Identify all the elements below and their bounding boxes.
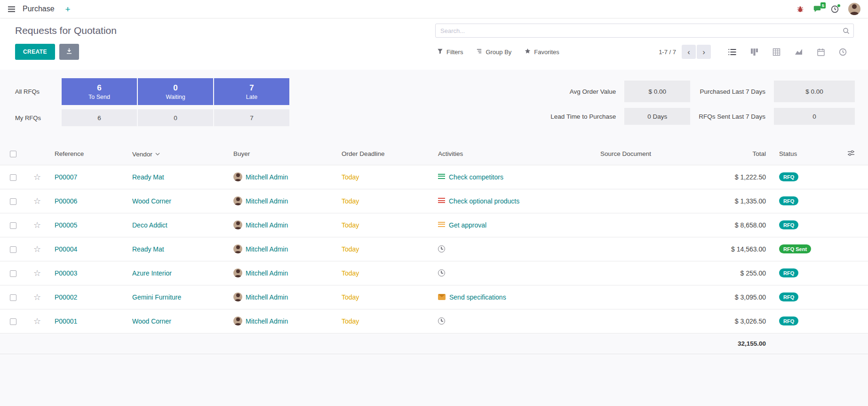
- buyer-link[interactable]: Mitchell Admin: [246, 293, 288, 301]
- reference-link[interactable]: P00007: [55, 173, 77, 181]
- col-status[interactable]: Status: [772, 143, 841, 165]
- table-row[interactable]: ☆ P00006 Wood Corner Mitchell Admin Toda…: [0, 189, 868, 213]
- stat-to-send[interactable]: 6 To Send: [62, 78, 137, 105]
- status-badge: RFQ: [779, 292, 798, 301]
- table-row[interactable]: ☆ P00007 Ready Mat Mitchell Admin Today …: [0, 165, 868, 189]
- table-row[interactable]: ☆ P00004 Ready Mat Mitchell Admin Today …: [0, 237, 868, 261]
- my-waiting-count[interactable]: 0: [138, 109, 213, 126]
- group-by-label: Group By: [486, 49, 511, 56]
- pager-next-button[interactable]: ›: [697, 45, 711, 59]
- search-icon[interactable]: [843, 27, 850, 36]
- pivot-view-button[interactable]: [765, 44, 788, 60]
- my-late-count[interactable]: 7: [214, 109, 289, 126]
- buyer-link[interactable]: Mitchell Admin: [246, 173, 288, 181]
- row-checkbox[interactable]: [10, 270, 16, 277]
- buyer-link[interactable]: Mitchell Admin: [246, 245, 288, 253]
- activity-type-icon[interactable]: [438, 198, 445, 204]
- reference-link[interactable]: P00003: [55, 269, 77, 277]
- calendar-view-button[interactable]: [810, 44, 832, 60]
- row-checkbox[interactable]: [10, 198, 16, 205]
- filters-button[interactable]: Filters: [437, 48, 463, 56]
- buyer-link[interactable]: Mitchell Admin: [246, 197, 288, 205]
- buyer-link[interactable]: Mitchell Admin: [246, 317, 288, 325]
- vendor-link[interactable]: Wood Corner: [132, 317, 171, 325]
- kanban-view-button[interactable]: [743, 44, 765, 60]
- all-rfqs-label: All RFQs: [15, 88, 61, 95]
- pager-previous-button[interactable]: ‹: [682, 45, 696, 59]
- stat-waiting[interactable]: 0 Waiting: [138, 78, 213, 105]
- favorite-star-icon[interactable]: ☆: [33, 317, 41, 326]
- list-view-button[interactable]: [721, 44, 743, 60]
- group-by-button[interactable]: Group By: [476, 48, 511, 56]
- favorite-star-icon[interactable]: ☆: [33, 268, 41, 278]
- col-order-deadline[interactable]: Order Deadline: [335, 143, 431, 165]
- graph-view-button[interactable]: [788, 44, 810, 60]
- favorite-star-icon[interactable]: ☆: [33, 220, 41, 230]
- favorites-button[interactable]: Favorites: [525, 48, 559, 56]
- row-checkbox[interactable]: [10, 246, 16, 253]
- search-input[interactable]: [435, 24, 854, 38]
- export-button[interactable]: [59, 44, 79, 60]
- vendor-link[interactable]: Wood Corner: [132, 197, 171, 205]
- reference-link[interactable]: P00006: [55, 197, 77, 205]
- table-row[interactable]: ☆ P00003 Azure Interior Mitchell Admin T…: [0, 261, 868, 285]
- activity-type-icon[interactable]: [438, 269, 445, 276]
- user-avatar[interactable]: [848, 3, 860, 15]
- stat-late[interactable]: 7 Late: [214, 78, 289, 105]
- row-checkbox[interactable]: [10, 318, 16, 325]
- activity-type-icon[interactable]: [438, 294, 446, 300]
- row-checkbox[interactable]: [10, 174, 16, 181]
- vendor-link[interactable]: Deco Addict: [132, 221, 167, 229]
- my-to-send-count[interactable]: 6: [62, 109, 137, 126]
- app-name[interactable]: Purchase: [23, 5, 55, 13]
- table-row[interactable]: ☆ P00002 Gemini Furniture Mitchell Admin…: [0, 285, 868, 309]
- select-all-checkbox[interactable]: [10, 151, 16, 157]
- col-activities[interactable]: Activities: [431, 143, 594, 165]
- favorite-star-icon[interactable]: ☆: [33, 244, 41, 254]
- buyer-avatar: [233, 244, 242, 253]
- favorite-star-icon[interactable]: ☆: [33, 196, 41, 206]
- reference-link[interactable]: P00002: [55, 293, 77, 301]
- favorite-star-icon[interactable]: ☆: [33, 292, 41, 302]
- reference-link[interactable]: P00005: [55, 221, 77, 229]
- buyer-link[interactable]: Mitchell Admin: [246, 221, 288, 229]
- activity-link[interactable]: Check competitors: [449, 173, 503, 181]
- vendor-link[interactable]: Ready Mat: [132, 245, 164, 253]
- row-checkbox[interactable]: [10, 294, 16, 301]
- toggle-columns-icon[interactable]: [847, 151, 855, 158]
- vendor-link[interactable]: Gemini Furniture: [132, 293, 181, 301]
- status-badge: RFQ: [779, 196, 798, 205]
- activity-link[interactable]: Send specifications: [449, 293, 506, 301]
- source-document-value: [594, 213, 693, 237]
- new-tab-plus-icon[interactable]: +: [65, 5, 71, 14]
- activity-link[interactable]: Get approval: [449, 221, 486, 229]
- hamburger-menu-icon[interactable]: [8, 6, 16, 12]
- create-button[interactable]: CREATE: [15, 44, 55, 60]
- table-header-row: Reference Vendor Buyer Order Deadline Ac…: [0, 143, 868, 165]
- row-checkbox[interactable]: [10, 222, 16, 229]
- col-vendor[interactable]: Vendor: [126, 143, 227, 165]
- debug-bug-icon[interactable]: [796, 5, 804, 13]
- buyer-link[interactable]: Mitchell Admin: [246, 269, 288, 277]
- reference-link[interactable]: P00001: [55, 317, 77, 325]
- activity-link[interactable]: Check optional products: [449, 197, 519, 205]
- activity-type-icon[interactable]: [438, 222, 445, 228]
- activity-type-icon[interactable]: [438, 174, 445, 180]
- activities-clock-icon[interactable]: [831, 5, 839, 13]
- reference-link[interactable]: P00004: [55, 245, 77, 253]
- activity-view-button[interactable]: [832, 44, 854, 60]
- table-row[interactable]: ☆ P00005 Deco Addict Mitchell Admin Toda…: [0, 213, 868, 237]
- col-total[interactable]: Total: [693, 143, 772, 165]
- search-bar[interactable]: [435, 24, 854, 38]
- favorite-star-icon[interactable]: ☆: [33, 172, 41, 182]
- col-reference[interactable]: Reference: [48, 143, 126, 165]
- col-source-document[interactable]: Source Document: [594, 143, 693, 165]
- col-buyer[interactable]: Buyer: [227, 143, 335, 165]
- activity-type-icon[interactable]: [438, 245, 445, 252]
- table-row[interactable]: ☆ P00001 Wood Corner Mitchell Admin Toda…: [0, 309, 868, 333]
- messages-icon[interactable]: 5: [813, 5, 821, 13]
- vendor-link[interactable]: Ready Mat: [132, 173, 164, 181]
- group-by-icon: [476, 48, 482, 56]
- vendor-link[interactable]: Azure Interior: [132, 269, 172, 277]
- activity-type-icon[interactable]: [438, 317, 445, 325]
